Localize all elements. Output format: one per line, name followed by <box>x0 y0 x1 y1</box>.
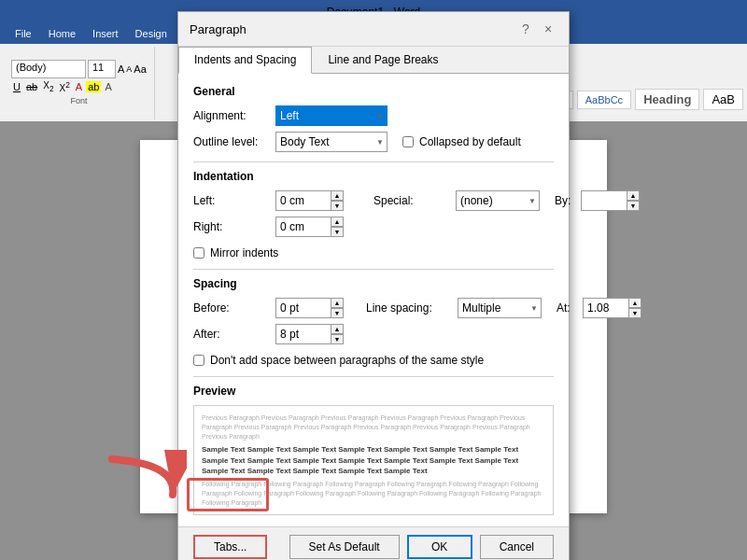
font-controls: (Body) 11 A A Aa U ab X2 X2 A ab A <box>11 60 147 93</box>
menu-design[interactable]: Design <box>128 26 175 41</box>
spacing-after-input[interactable] <box>275 324 331 344</box>
indent-left-up[interactable]: ▲ <box>331 190 344 201</box>
at-up[interactable]: ▲ <box>628 298 641 308</box>
general-section-label: General <box>193 85 554 98</box>
outline-level-row: Outline level: Body Text Level 1 Level 2… <box>193 132 554 152</box>
spacing-after-row: After: ▲ ▼ <box>193 324 344 344</box>
indent-right-label: Right: <box>193 220 268 233</box>
dialog-close-button[interactable]: × <box>539 20 557 38</box>
ok-button[interactable]: OK <box>407 535 472 559</box>
menu-insert[interactable]: Insert <box>85 26 126 41</box>
line-spacing-select-wrapper: Multiple Single 1.5 lines Double At leas… <box>458 298 542 318</box>
superscript-icon[interactable]: X2 <box>58 80 72 93</box>
style-title[interactable]: AaB <box>703 89 743 110</box>
indent-right-input[interactable] <box>275 217 331 237</box>
footer-left: Tabs... <box>193 535 267 559</box>
by-up[interactable]: ▲ <box>627 190 640 201</box>
at-spinner: ▲ ▼ <box>583 298 641 318</box>
font-group-label: Font <box>70 96 87 105</box>
set-as-default-button[interactable]: Set As Default <box>289 535 400 559</box>
spacing-before-spinner-btns: ▲ ▼ <box>331 298 344 318</box>
general-divider <box>193 161 554 162</box>
menu-home[interactable]: Home <box>41 26 83 41</box>
menu-file[interactable]: File <box>7 26 39 41</box>
indentation-divider <box>193 269 554 270</box>
preview-section-label: Preview <box>193 385 554 398</box>
style-heading2[interactable]: AaBbCc <box>577 91 631 109</box>
collapsed-checkbox[interactable] <box>402 136 414 147</box>
preview-box: Previous Paragraph Previous Paragraph Pr… <box>193 405 554 515</box>
indent-left-row: Left: ▲ ▼ <box>193 190 344 211</box>
at-spinner-btns: ▲ ▼ <box>628 298 641 318</box>
indent-left-spinner-btns: ▲ ▼ <box>331 190 344 211</box>
collapsed-label: Collapsed by default <box>419 135 521 148</box>
font-effects-icon[interactable]: A <box>103 81 113 92</box>
dialog-footer: Tabs... Set As Default OK Cancel <box>178 526 569 560</box>
indentation-content: Left: ▲ ▼ Right: ▲ <box>193 190 554 243</box>
spacing-before-down[interactable]: ▼ <box>331 308 344 318</box>
dialog-help-button[interactable]: ? <box>516 20 535 38</box>
dialog-body: General Alignment: Left Center Right Jus… <box>178 74 569 526</box>
spacing-before-label: Before: <box>193 301 268 315</box>
indent-right-down[interactable]: ▼ <box>331 227 344 237</box>
spacing-content: Before: ▲ ▼ After: ▲ <box>193 298 554 350</box>
font-size-box[interactable]: 11 <box>88 60 116 78</box>
font-color-icon[interactable]: A <box>74 81 84 92</box>
special-label: Special: <box>374 194 448 207</box>
spacing-before-row: Before: ▲ ▼ <box>193 298 344 318</box>
strikethrough-icon[interactable]: ab <box>24 81 39 92</box>
spacing-after-label: After: <box>193 328 268 341</box>
tabs-button[interactable]: Tabs... <box>193 535 267 559</box>
by-input[interactable] <box>581 190 627 211</box>
spacing-before-up[interactable]: ▲ <box>331 298 344 308</box>
cancel-button[interactable]: Cancel <box>480 535 554 559</box>
spacing-before-spinner: ▲ ▼ <box>275 298 344 318</box>
tab-indents-spacing[interactable]: Indents and Spacing <box>178 47 312 74</box>
indent-left-label: Left: <box>193 194 268 207</box>
dont-add-checkbox[interactable] <box>193 355 204 366</box>
indent-left-down[interactable]: ▼ <box>331 201 344 211</box>
dont-add-label: Don't add space between paragraphs of th… <box>210 354 484 367</box>
indent-left-right: Left: ▲ ▼ Right: ▲ <box>193 190 344 243</box>
underline-icon[interactable]: U <box>11 81 22 92</box>
dont-add-row: Don't add space between paragraphs of th… <box>193 354 554 367</box>
preview-prev-para: Previous Paragraph Previous Paragraph Pr… <box>202 413 545 441</box>
alignment-row: Alignment: Left Center Right Justified <box>193 105 554 126</box>
dialog-title: Paragraph <box>190 22 247 36</box>
at-input[interactable] <box>583 298 629 318</box>
indent-left-input[interactable] <box>275 190 331 211</box>
font-case-icon[interactable]: Aa <box>134 63 146 75</box>
outline-level-select[interactable]: Body Text Level 1 Level 2 <box>275 132 388 152</box>
preview-following-para: Following Paragraph Following Paragraph … <box>202 480 545 507</box>
font-name-box[interactable]: (Body) <box>11 60 86 78</box>
line-spacing-section: Line spacing: Multiple Single 1.5 lines … <box>366 298 641 324</box>
mirror-label: Mirror indents <box>210 246 278 259</box>
by-spinner: ▲ ▼ <box>581 190 640 211</box>
alignment-select[interactable]: Left Center Right Justified <box>275 105 388 126</box>
font-shrink-icon[interactable]: A <box>126 64 132 74</box>
by-down[interactable]: ▼ <box>627 201 640 211</box>
special-select-wrapper: (none) First line Hanging <box>456 190 540 211</box>
mirror-row: Mirror indents <box>193 246 554 259</box>
alignment-select-wrapper: Left Center Right Justified <box>275 105 388 126</box>
spacing-before-input[interactable] <box>275 298 331 318</box>
at-down[interactable]: ▼ <box>628 308 641 318</box>
special-select[interactable]: (none) First line Hanging <box>456 190 540 211</box>
line-spacing-label: Line spacing: <box>366 301 450 315</box>
indent-right-spinner: ▲ ▼ <box>275 217 344 237</box>
font-grow-icon[interactable]: A <box>118 63 124 75</box>
style-heading-plain[interactable]: Heading <box>635 89 699 110</box>
by-label: By: <box>555 194 573 207</box>
alignment-label: Alignment: <box>193 109 268 122</box>
line-spacing-select[interactable]: Multiple Single 1.5 lines Double At leas… <box>458 298 542 318</box>
indent-right-up[interactable]: ▲ <box>331 217 344 227</box>
subscript-icon[interactable]: X2 <box>41 80 55 93</box>
highlight-icon[interactable]: ab <box>86 81 101 92</box>
spacing-after-up[interactable]: ▲ <box>331 324 344 334</box>
mirror-checkbox[interactable] <box>193 247 204 259</box>
spacing-divider <box>193 376 554 377</box>
special-row: Special: (none) First line Hanging By: ▲ <box>374 190 640 211</box>
preview-sample: Sample Text Sample Text Sample Text Samp… <box>202 444 545 476</box>
spacing-after-down[interactable]: ▼ <box>331 334 344 344</box>
tab-line-breaks[interactable]: Line and Page Breaks <box>312 47 454 73</box>
